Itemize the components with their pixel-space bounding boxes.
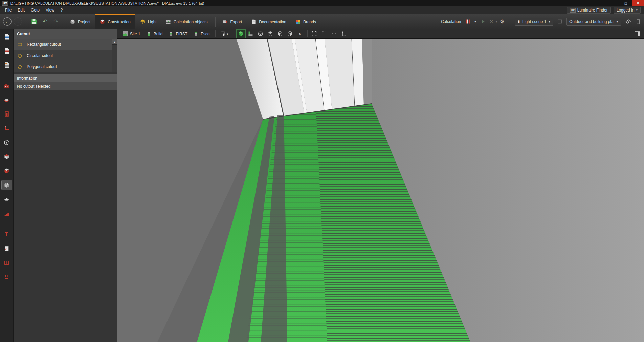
cutout-circular-item[interactable]: Circular cutout: [14, 50, 117, 61]
chevron-down-icon: ▾: [227, 32, 228, 36]
wireframe-view-button[interactable]: [256, 30, 265, 38]
tool-storey[interactable]: [2, 95, 12, 104]
calculation-mode-button[interactable]: [464, 17, 472, 27]
chevron-down-icon: ▾: [616, 20, 618, 23]
back-button[interactable]: ←: [3, 17, 12, 26]
selection-tool-button[interactable]: ▾: [218, 30, 231, 38]
display-mode-dropdown[interactable]: Outdoor and building pla... ▾: [566, 18, 621, 26]
tab-calculation-objects[interactable]: Calculation objects: [161, 14, 212, 29]
divider: [215, 17, 215, 27]
polygonal-cutout-icon: [17, 64, 22, 69]
viewport-tab-site[interactable]: Site 1: [120, 30, 143, 38]
tool-floor[interactable]: [2, 166, 12, 175]
divider: [215, 30, 215, 37]
tab-light[interactable]: Light: [135, 14, 161, 29]
settings-gear-button[interactable]: ⚙: [499, 18, 504, 25]
zoom-fit-button[interactable]: [310, 30, 319, 38]
collapse-views-button[interactable]: <: [295, 30, 304, 38]
divider: [26, 17, 26, 27]
tool-wall[interactable]: [2, 124, 12, 133]
main-toolbar: ← → ↶ ↷ Project Construction: [0, 14, 644, 29]
luminaire-finder-button[interactable]: Dx Luminaire Finder: [567, 7, 611, 14]
save-icon: [30, 18, 38, 25]
floor-cube-icon: [3, 168, 10, 174]
floor-plan-view-button[interactable]: [246, 30, 255, 38]
slab-icon: [3, 196, 10, 203]
tool-room[interactable]: [2, 138, 12, 147]
maximize-button[interactable]: □: [620, 0, 632, 6]
cutout-rectangular-item[interactable]: Rectangular cutout: [14, 39, 117, 50]
tool-cutout[interactable]: [2, 180, 12, 190]
front-view-button[interactable]: [276, 30, 285, 38]
minimize-button[interactable]: —: [607, 0, 620, 6]
panel-toggle-button[interactable]: [633, 30, 642, 38]
menu-goto[interactable]: Goto: [28, 6, 43, 14]
menu-help[interactable]: ?: [58, 6, 66, 14]
chevron-down-icon: ▾: [636, 8, 638, 12]
logged-in-dropdown[interactable]: Logged in ▾: [614, 7, 641, 14]
measure-horizontal-button[interactable]: [330, 30, 338, 38]
tool-door[interactable]: [2, 244, 12, 253]
tool-ramp[interactable]: [2, 209, 12, 218]
cancel-calculation-button[interactable]: ✕: [490, 19, 493, 24]
forward-button[interactable]: →: [14, 17, 22, 26]
undo-button[interactable]: ↶: [40, 17, 50, 27]
close-button[interactable]: ✕: [632, 0, 644, 6]
side-view-button[interactable]: [286, 30, 294, 38]
viewport-canvas[interactable]: [117, 39, 644, 342]
divider: [234, 30, 234, 37]
viewport-tab-building[interactable]: Build: [144, 30, 165, 38]
storey-slab-icon: [3, 97, 10, 103]
tool-objects[interactable]: [2, 272, 12, 281]
rectangular-cutout-icon: [17, 42, 22, 47]
tab-construction[interactable]: Construction: [95, 14, 135, 29]
sketch-view-button[interactable]: [624, 17, 632, 27]
scroll-up-button[interactable]: ▲: [112, 39, 117, 45]
measure-vertical-button[interactable]: [339, 30, 348, 38]
tool-import-ifc[interactable]: [2, 46, 12, 55]
tool-import-model[interactable]: [2, 60, 12, 69]
calculation-surfaces-icon: [465, 19, 471, 24]
tab-documentation[interactable]: Documentation: [246, 14, 291, 29]
light-scene-options-button[interactable]: [556, 17, 563, 27]
menu-file[interactable]: File: [2, 6, 15, 14]
site-thumbnail-icon: [122, 31, 128, 36]
top-view-button[interactable]: [266, 30, 275, 38]
menubar-right: Dx Luminaire Finder Logged in ▾: [567, 7, 642, 14]
cube-top-icon: [267, 31, 273, 37]
tool-column[interactable]: [2, 230, 12, 239]
cutout-polygonal-item[interactable]: Polygonal cutout: [14, 61, 117, 72]
solid-view-button[interactable]: [237, 30, 245, 38]
documentation-icon: [251, 19, 257, 25]
tab-brands[interactable]: Brands: [291, 14, 320, 29]
light-scene-icon: ▮: [518, 20, 520, 23]
redo-button[interactable]: ↷: [51, 17, 61, 27]
toolbar-overflow-button[interactable]: [636, 17, 641, 27]
tool-slab[interactable]: [2, 195, 12, 204]
viewport-tab-storey-first[interactable]: FIRST: [166, 30, 190, 38]
light-scene-dropdown[interactable]: ▮ Light scene 1 ▾: [515, 18, 553, 26]
tool-import-dwg[interactable]: [2, 32, 12, 41]
scrollbar[interactable]: ▲: [112, 39, 117, 72]
cutout-tool-list: Rectangular cutout Circular cutout Polyg…: [14, 39, 117, 72]
zoom-fit-icon: [311, 31, 317, 37]
zoom-region-button[interactable]: [320, 30, 329, 38]
tool-ceiling[interactable]: [2, 152, 12, 161]
mode-tabs: Project Construction Light: [65, 14, 320, 29]
tool-site[interactable]: [2, 81, 12, 90]
export-icon: [222, 19, 228, 25]
viewport-tab-storey-esca[interactable]: Esca: [191, 30, 212, 38]
titlebar: Dx D:\LIGHTING CALCULATION DIALUX\GELEKI…: [0, 0, 644, 6]
cube-front-icon: [277, 31, 283, 37]
chevron-down-icon[interactable]: ▾: [496, 20, 497, 23]
tab-export[interactable]: Export: [218, 14, 247, 29]
tool-building-opening[interactable]: [2, 109, 12, 119]
start-calculation-button[interactable]: [479, 17, 487, 27]
tool-window[interactable]: [2, 258, 12, 267]
save-button[interactable]: [29, 17, 39, 27]
menu-view[interactable]: View: [43, 6, 58, 14]
menu-edit[interactable]: Edit: [15, 6, 28, 14]
opening-icon: [3, 111, 10, 117]
chevron-down-icon[interactable]: ▾: [474, 20, 476, 23]
tab-project[interactable]: Project: [65, 14, 95, 29]
